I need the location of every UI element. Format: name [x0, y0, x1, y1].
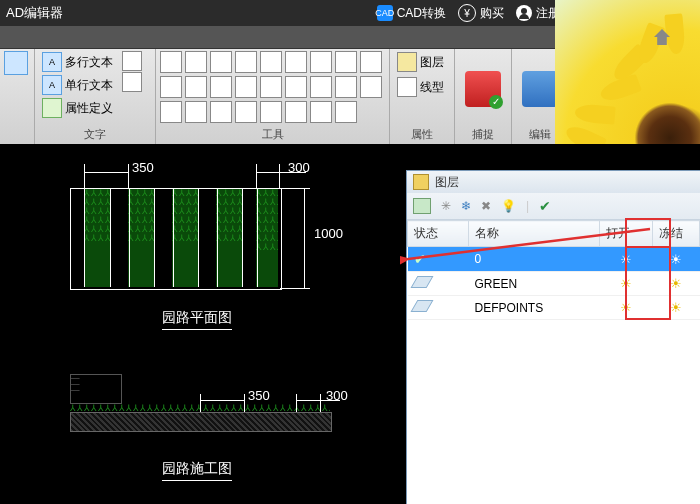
singleline-text-button[interactable]: A单行文本 [39, 74, 116, 96]
sun-icon[interactable]: ☀ [670, 276, 682, 291]
tool-icon[interactable] [335, 101, 357, 123]
props-group-label: 属性 [394, 126, 450, 143]
dim-label: 350 [132, 160, 154, 175]
tool-icon[interactable] [360, 76, 382, 98]
panel-title: 图层 [435, 174, 459, 191]
sun-icon[interactable]: ☀ [670, 252, 682, 267]
panel-toolbar: ✳ ❄ ✖ 💡 | ✔ [407, 193, 700, 220]
tool-icon[interactable] [285, 51, 307, 73]
tool-icon[interactable] [260, 101, 282, 123]
cad-icon: CAD [377, 5, 393, 21]
layer-name: DEFPOINTS [469, 296, 600, 320]
register-button[interactable]: 注册 [516, 5, 560, 22]
singleline-label: 单行文本 [65, 77, 113, 94]
tool-icon[interactable] [335, 51, 357, 73]
edit-icon [522, 71, 558, 107]
tool-icon[interactable] [260, 76, 282, 98]
panel-icon [413, 174, 429, 190]
multiline-text-button[interactable]: A多行文本 [39, 51, 116, 73]
divider: | [526, 199, 529, 213]
tool-icon[interactable] [235, 51, 257, 73]
col-name[interactable]: 名称 [469, 221, 600, 247]
layer-button[interactable]: 图层 [394, 51, 447, 73]
user-icon [516, 5, 532, 21]
panel-titlebar[interactable]: 图层 [407, 171, 700, 193]
highlight-box-bulbs [625, 246, 671, 320]
layer-name: GREEN [469, 272, 600, 296]
plan-caption: 园路平面图 [162, 309, 232, 330]
tool-icon[interactable] [285, 76, 307, 98]
cad-convert-button[interactable]: CAD CAD转换 [377, 5, 446, 22]
col-status[interactable]: 状态 [408, 221, 469, 247]
sunflower-image [555, 0, 700, 168]
paste-icon[interactable] [4, 51, 28, 75]
tool-icon[interactable] [210, 101, 232, 123]
tool-icon[interactable] [285, 101, 307, 123]
app-title: AD编辑器 [6, 4, 63, 22]
tool-icon[interactable] [310, 76, 332, 98]
layer-name: 0 [469, 247, 600, 272]
constr-caption: 园路施工图 [162, 460, 232, 481]
linetype-label: 线型 [420, 79, 444, 96]
multiline-text-icon: A [42, 52, 62, 72]
dim-label: 1000 [314, 226, 343, 241]
tool-icon[interactable] [160, 101, 182, 123]
tool-icon[interactable] [185, 101, 207, 123]
buy-label: 购买 [480, 5, 504, 22]
cross-icon[interactable]: ✖ [481, 199, 491, 213]
yen-icon: ¥ [458, 4, 476, 22]
tool-icon[interactable] [185, 76, 207, 98]
dim-label: 300 [326, 388, 348, 403]
cad-convert-label: CAD转换 [397, 5, 446, 22]
layer-tile-icon [410, 300, 433, 312]
dim-label: 300 [288, 160, 310, 175]
tool-icon[interactable] [185, 51, 207, 73]
attrdef-icon [42, 98, 62, 118]
text-misc-icon[interactable] [122, 72, 142, 92]
singleline-text-icon: A [42, 75, 62, 95]
freeze-icon[interactable]: ❄ [461, 199, 471, 213]
dim-label: 350 [248, 388, 270, 403]
sun-icon[interactable]: ☀ [670, 300, 682, 315]
snap-label: 捕捉 [459, 126, 507, 143]
tool-icon[interactable] [210, 76, 232, 98]
linetype-button[interactable]: 线型 [394, 76, 447, 98]
tool-icon[interactable] [260, 51, 282, 73]
layer-label: 图层 [420, 54, 444, 71]
snap-icon: ✓ [465, 71, 501, 107]
linetype-icon [397, 77, 417, 97]
tools-group-label: 工具 [160, 126, 385, 143]
layer-panel: 图层 ✳ ❄ ✖ 💡 | ✔ 状态 名称 打开 冻结 ✔ 0 ☀ ☀ GR [406, 170, 700, 504]
new-layer-icon[interactable] [413, 198, 431, 214]
layer-list: 状态 名称 打开 冻结 ✔ 0 ☀ ☀ GREEN ☀ ☀ DEFPOINTS … [407, 220, 700, 320]
star-icon[interactable]: ✳ [441, 199, 451, 213]
tool-icon[interactable] [310, 101, 332, 123]
multiline-label: 多行文本 [65, 54, 113, 71]
tool-icon[interactable] [160, 76, 182, 98]
tool-icon[interactable] [310, 51, 332, 73]
attrdef-button[interactable]: 属性定义 [39, 97, 116, 119]
bulb-icon[interactable]: 💡 [501, 199, 516, 213]
current-layer-icon: ✔ [414, 251, 426, 267]
highlight-box-header [625, 218, 671, 248]
tool-icon[interactable] [335, 76, 357, 98]
text-group-label: 文字 [39, 126, 151, 143]
attrdef-label: 属性定义 [65, 100, 113, 117]
buy-button[interactable]: ¥ 购买 [458, 4, 504, 22]
tool-icon[interactable] [160, 51, 182, 73]
tool-icon[interactable] [235, 101, 257, 123]
tool-icon[interactable] [210, 51, 232, 73]
text-style-icon[interactable] [122, 51, 142, 71]
check-icon[interactable]: ✔ [539, 198, 551, 214]
layer-icon [397, 52, 417, 72]
snap-button[interactable]: ✓ [459, 51, 507, 126]
tool-icon[interactable] [235, 76, 257, 98]
tool-icon[interactable] [360, 51, 382, 73]
layer-tile-icon [410, 276, 433, 288]
